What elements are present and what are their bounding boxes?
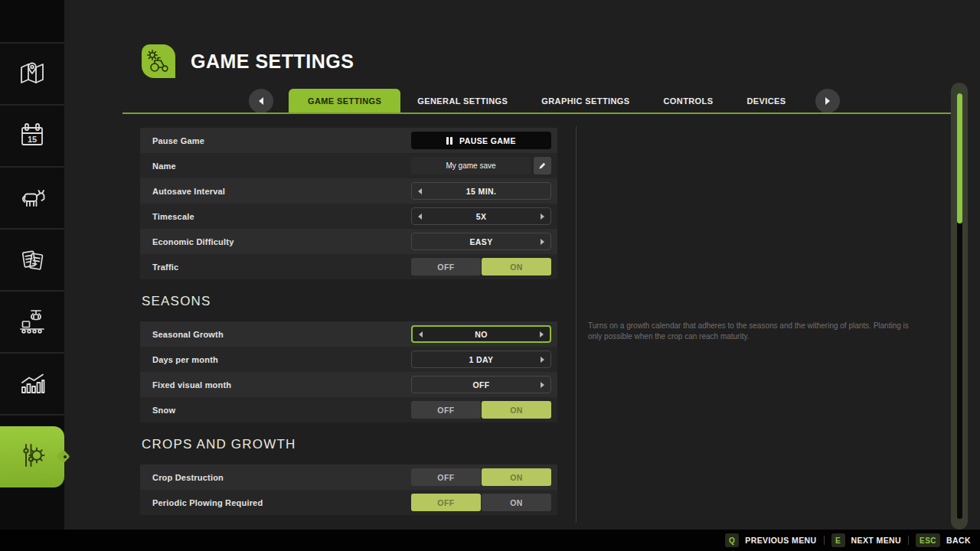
tab-general-settings[interactable]: GENERAL SETTINGS xyxy=(400,89,524,113)
toggle-off-option[interactable]: OFF xyxy=(411,494,481,511)
setting-label: Autosave Interval xyxy=(140,187,225,196)
tab-game-settings[interactable]: GAME SETTINGS xyxy=(289,89,400,113)
name-control: My game save xyxy=(411,157,551,174)
autosave-interval-selector[interactable]: 15 MIN. xyxy=(411,182,551,200)
statistics-icon xyxy=(15,367,49,401)
hint-back[interactable]: ESCBACK xyxy=(916,533,971,547)
setting-row-name: NameMy game save xyxy=(140,153,557,178)
setting-row-periodic-plowing-required: Periodic Plowing RequiredOFFON xyxy=(140,490,557,515)
hint-separator xyxy=(908,536,909,545)
page-title: GAME SETTINGS xyxy=(191,49,354,73)
autosave-interval-control: 15 MIN. xyxy=(411,182,551,200)
scrollbar-thumb[interactable] xyxy=(957,93,962,223)
toggle-on-option[interactable]: ON xyxy=(482,401,551,419)
setting-row-fixed-visual-month: Fixed visual monthOFF xyxy=(140,372,557,397)
sidebar-top-spacer xyxy=(0,0,64,44)
hint-previous-menu[interactable]: QPREVIOUS MENU xyxy=(725,533,817,547)
setting-row-seasonal-growth: Seasonal GrowthNO xyxy=(140,321,557,347)
settings-icon xyxy=(15,439,49,475)
pause-game-button[interactable]: PAUSE GAME xyxy=(411,132,551,149)
tabs-scroll-right-button[interactable] xyxy=(815,89,840,113)
setting-label: Economic Difficulty xyxy=(140,237,234,246)
decrease-arrow-icon[interactable] xyxy=(419,331,423,337)
decrease-arrow-icon[interactable] xyxy=(418,188,422,194)
days-per-month-selector[interactable]: 1 DAY xyxy=(411,350,551,368)
setting-row-days-per-month: Days per month1 DAY xyxy=(140,347,557,372)
selector-value: 15 MIN. xyxy=(466,187,497,196)
setting-label: Timescale xyxy=(140,212,194,221)
toggle-off-option[interactable]: OFF xyxy=(411,401,481,419)
setting-row-timescale: Timescale5X xyxy=(140,204,557,229)
selector-value: OFF xyxy=(472,380,489,390)
sidebar-item-map[interactable] xyxy=(0,44,64,106)
selector-value: NO xyxy=(475,330,488,339)
game-settings-page-icon xyxy=(142,44,175,78)
toggle-on-option[interactable]: ON xyxy=(482,258,551,276)
seasonal-growth-selector[interactable]: NO xyxy=(411,325,551,343)
snow-control: OFFON xyxy=(411,401,551,419)
edit-name-button[interactable] xyxy=(534,157,551,174)
fixed-visual-month-selector[interactable]: OFF xyxy=(411,376,551,393)
sidebar-item-contracts[interactable] xyxy=(0,230,64,292)
svg-text:15: 15 xyxy=(28,134,37,143)
sidebar-item-statistics[interactable] xyxy=(0,354,64,416)
sidebar-item-calendar[interactable]: 15 xyxy=(0,106,64,168)
key-badge-esc: ESC xyxy=(916,533,940,547)
tab-devices[interactable]: DEVICES xyxy=(730,89,802,113)
pause-icon xyxy=(446,137,452,145)
selector-value: EASY xyxy=(469,237,492,246)
toggle-off-option[interactable]: OFF xyxy=(411,258,481,276)
setting-row-autosave-interval: Autosave Interval15 MIN. xyxy=(140,178,557,204)
content-divider xyxy=(576,126,577,523)
hint-label: PREVIOUS MENU xyxy=(745,536,816,545)
button-label: PAUSE GAME xyxy=(459,136,516,145)
pencil-icon xyxy=(538,159,547,173)
chevron-left-icon xyxy=(259,97,263,105)
active-tab-notch-dot xyxy=(64,455,67,458)
traffic-toggle: OFFON xyxy=(411,258,551,276)
sidebar-item-animals[interactable] xyxy=(0,168,64,230)
tab-graphic-settings[interactable]: GRAPHIC SETTINGS xyxy=(524,89,646,113)
increase-arrow-icon[interactable] xyxy=(541,357,544,363)
hint-next-menu[interactable]: ENEXT MENU xyxy=(831,533,901,547)
timescale-selector[interactable]: 5X xyxy=(411,207,551,225)
setting-label: Snow xyxy=(140,406,175,415)
sidebar: 15 xyxy=(0,0,64,530)
increase-arrow-icon[interactable] xyxy=(541,239,544,245)
toggle-off-option[interactable]: OFF xyxy=(411,468,481,486)
contracts-icon xyxy=(15,243,49,277)
key-hint-bar: QPREVIOUS MENUENEXT MENUESCBACK xyxy=(0,530,980,551)
setting-label: Traffic xyxy=(140,262,178,272)
tabs-scroll-left-button[interactable] xyxy=(249,89,273,113)
tab-controls[interactable]: CONTROLS xyxy=(647,89,730,113)
setting-row-economic-difficulty: Economic DifficultyEASY xyxy=(140,229,557,254)
increase-arrow-icon[interactable] xyxy=(541,214,544,220)
increase-arrow-icon[interactable] xyxy=(541,382,544,388)
setting-label: Days per month xyxy=(140,355,218,364)
sidebar-item-settings[interactable] xyxy=(0,426,64,487)
game-settings-screen: 15 GAME SETTINGS GAME SETTINGSGENERAL SE… xyxy=(0,0,980,551)
tab-bar: GAME SETTINGSGENERAL SETTINGSGRAPHIC SET… xyxy=(249,89,840,113)
toggle-on-option[interactable]: ON xyxy=(482,494,551,511)
pause-game-control: PAUSE GAME xyxy=(411,132,551,149)
hint-label: NEXT MENU xyxy=(851,536,901,545)
calendar-icon: 15 xyxy=(15,119,49,153)
economic-difficulty-selector[interactable]: EASY xyxy=(411,233,551,250)
increase-arrow-icon[interactable] xyxy=(540,331,544,337)
map-icon xyxy=(15,57,49,91)
toggle-on-option[interactable]: ON xyxy=(482,468,551,486)
selector-value: 5X xyxy=(476,212,487,221)
name-input[interactable]: My game save xyxy=(411,157,531,174)
timescale-control: 5X xyxy=(411,207,551,225)
periodic-plowing-required-control: OFFON xyxy=(411,494,551,511)
periodic-plowing-required-toggle: OFFON xyxy=(411,494,551,511)
chevron-right-icon xyxy=(825,97,830,105)
setting-row-crop-destruction: Crop DestructionOFFON xyxy=(140,465,557,490)
decrease-arrow-icon[interactable] xyxy=(418,214,422,220)
page-scrollbar xyxy=(951,83,968,530)
sidebar-item-production[interactable] xyxy=(0,292,64,354)
key-badge-e: E xyxy=(831,533,845,547)
section-title-seasons: SEASONS xyxy=(142,293,557,310)
economic-difficulty-control: EASY xyxy=(411,233,551,250)
hint-label: BACK xyxy=(946,536,971,545)
